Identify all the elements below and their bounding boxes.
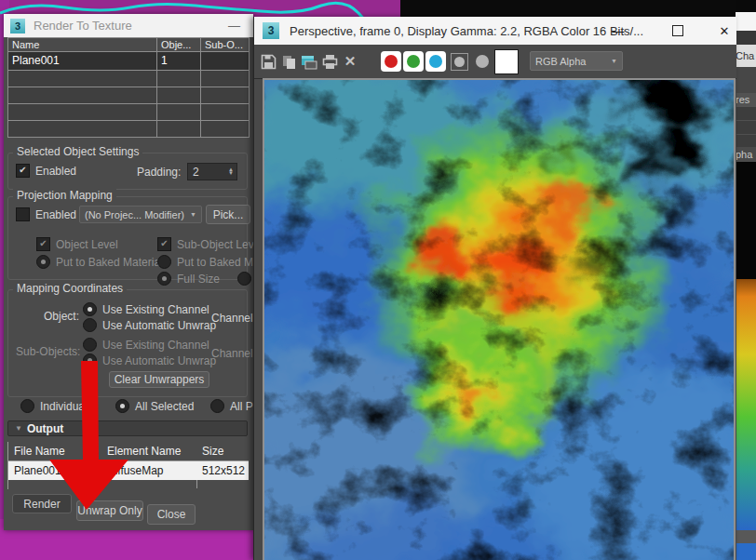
table-row[interactable]	[8, 121, 249, 137]
radio-selected-icon[interactable]	[36, 255, 50, 269]
table-row[interactable]	[8, 71, 249, 87]
full-size-label: Full Size	[177, 273, 220, 286]
column-header-object[interactable]: Obje...	[157, 38, 201, 51]
save-image-button[interactable]	[259, 52, 277, 71]
radio-unselected-icon[interactable]	[20, 399, 34, 413]
sub-object-levels-checkbox[interactable]: ✔ Sub-Object Levels	[157, 237, 268, 251]
object-table-header: Name Obje... Sub-O...	[8, 38, 249, 52]
checkbox-checked-icon[interactable]: ✔	[16, 164, 30, 178]
group-title: Mapping Coordinates	[13, 282, 127, 295]
cell-element-name: DiffuseMap	[101, 461, 196, 480]
group-title: Selected Object Settings	[13, 145, 142, 158]
spinner-down-icon[interactable]: ▼	[228, 172, 234, 175]
radio-unselected-icon[interactable]	[83, 338, 97, 352]
rtt-titlebar[interactable]: 3 Render To Texture —	[4, 14, 253, 37]
radio-selected-icon[interactable]	[157, 272, 171, 286]
maximize-button[interactable]	[664, 17, 692, 45]
channel-label: Channel:	[211, 312, 256, 325]
column-header-name[interactable]: Name	[8, 38, 157, 51]
projection-mapping-group: Projection Mapping ✔ Enabled (No Projec.…	[7, 196, 248, 280]
display-channel-value: RGB Alpha	[535, 56, 586, 67]
use-existing-channel-label: Use Existing Channel	[102, 303, 209, 316]
clear-image-button[interactable]: ✕	[341, 52, 359, 71]
sub-use-automatic-unwrap-label: Use Automatic Unwrap	[102, 354, 216, 367]
object-level-label: Object Level	[56, 238, 118, 251]
minimize-button[interactable]: —	[604, 17, 632, 45]
column-header-size[interactable]: Size	[196, 442, 249, 461]
green-channel-button[interactable]	[403, 51, 424, 72]
use-automatic-unwrap-radio[interactable]: Use Automatic Unwrap	[83, 318, 216, 332]
edge-black-top	[736, 0, 756, 12]
all-selected-radio[interactable]: All Selected	[115, 399, 194, 413]
red-channel-button[interactable]	[381, 51, 401, 72]
checkbox-checked-icon[interactable]: ✔	[36, 237, 50, 251]
individual-label: Individual	[40, 400, 88, 413]
render-viewport[interactable]	[263, 78, 736, 560]
full-size-radio[interactable]: Full Size	[157, 272, 220, 286]
chevron-down-icon: ▼	[190, 211, 196, 218]
copy-image-button[interactable]	[279, 52, 298, 71]
radio-unselected-icon[interactable]	[210, 399, 224, 413]
edge-gray-band	[736, 530, 756, 543]
output-table: File Name Element Name Size Plane001Diff…	[7, 442, 249, 489]
mapping-coordinates-group: Mapping Coordinates Object: Use Existing…	[7, 289, 248, 397]
put-to-baked-mate-radio[interactable]: Put to Baked Mate	[157, 255, 269, 269]
table-row[interactable]: Plane001Diffuse... DiffuseMap 512x512	[8, 461, 249, 480]
padding-spinner[interactable]: 2 ▲ ▼	[187, 163, 237, 180]
clone-rendered-frame-button[interactable]	[300, 52, 318, 71]
projection-enabled-checkbox[interactable]: ✔ Enabled	[16, 207, 76, 221]
checkbox-checked-icon[interactable]: ✔	[157, 237, 171, 251]
edge-toolbar-sliver	[736, 31, 756, 45]
individual-radio[interactable]: Individual	[20, 399, 88, 413]
close-button[interactable]: ✕	[710, 17, 738, 45]
render-button[interactable]: Render	[12, 494, 72, 513]
3dsmax-logo-icon: 3	[263, 22, 279, 39]
use-existing-channel-radio[interactable]: Use Existing Channel	[83, 302, 209, 316]
background-color-swatch[interactable]	[494, 49, 519, 74]
minimize-icon[interactable]: —	[228, 19, 240, 33]
table-row[interactable]	[8, 104, 249, 121]
output-rollout-header[interactable]: ▼ Output	[7, 420, 248, 436]
put-to-baked-material-radio[interactable]: Put to Baked Material	[36, 255, 163, 269]
table-row[interactable]: Plane001 1	[8, 52, 249, 71]
column-header-file-name[interactable]: File Name	[8, 442, 101, 461]
column-header-element-name[interactable]: Element Name	[101, 442, 196, 461]
clear-unwrappers-button[interactable]: Clear Unwrappers	[109, 371, 209, 388]
selected-object-settings-group: Selected Object Settings ✔ Enabled Paddi…	[7, 153, 248, 190]
alpha-channel-button[interactable]	[476, 55, 489, 68]
column-header-subobject[interactable]: Sub-O...	[201, 38, 249, 51]
monochrome-channel-button[interactable]	[451, 53, 468, 71]
rendered-frame-window: 3 Perspective, frame 0, Display Gamma: 2…	[253, 17, 736, 560]
monochrome-channel-icon	[454, 57, 465, 67]
radio-unselected-icon[interactable]	[83, 318, 97, 332]
checkbox-unchecked-icon[interactable]: ✔	[16, 207, 30, 221]
delete-icon: ✕	[344, 53, 357, 70]
enabled-checkbox[interactable]: ✔ Enabled	[16, 164, 76, 178]
radio-unselected-icon[interactable]	[237, 272, 251, 286]
radio-selected-icon[interactable]	[83, 353, 97, 367]
padding-value: 2	[193, 166, 228, 179]
unwrap-only-button[interactable]: Unwrap Only	[76, 500, 143, 521]
sub-use-automatic-unwrap-radio[interactable]: Use Automatic Unwrap	[83, 353, 216, 367]
enabled-label: Enabled	[35, 165, 76, 178]
projection-modifier-dropdown[interactable]: (No Projec... Modifier) ▼	[79, 206, 202, 223]
display-channel-dropdown[interactable]: RGB Alpha ▼	[530, 51, 623, 71]
close-button[interactable]: Close	[147, 504, 196, 525]
blue-channel-button[interactable]	[425, 51, 446, 72]
sub-use-existing-channel-radio[interactable]: Use Existing Channel	[83, 338, 209, 352]
edge-titlebar-sliver	[736, 12, 756, 31]
sub-use-existing-channel-label: Use Existing Channel	[102, 339, 209, 352]
table-row[interactable]	[8, 87, 249, 104]
sub-channel-label: Channel:	[211, 347, 256, 360]
column-divider	[101, 480, 102, 488]
pick-button[interactable]: Pick...	[206, 205, 250, 224]
output-rollout-title: Output	[27, 422, 63, 435]
print-image-button[interactable]	[320, 52, 339, 71]
radio-selected-icon[interactable]	[83, 302, 97, 316]
object-level-checkbox[interactable]: ✔ Object Level	[36, 237, 118, 251]
cell-file-name: Plane001Diffuse...	[8, 461, 101, 480]
minimize-icon: —	[613, 24, 625, 38]
radio-selected-icon[interactable]	[115, 399, 129, 413]
radio-unselected-icon[interactable]	[157, 255, 171, 269]
rtt-dialog-title: Render To Texture	[34, 19, 228, 33]
